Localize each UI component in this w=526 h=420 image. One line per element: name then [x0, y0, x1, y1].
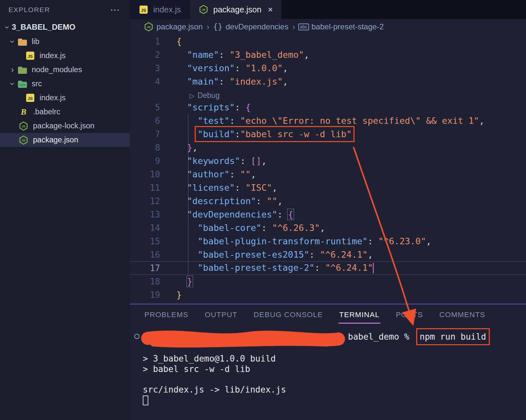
tab-label: package.json — [213, 5, 261, 14]
breadcrumb-item-devdependencies[interactable]: {}devDependencies — [213, 22, 288, 31]
line-number[interactable]: 15 — [130, 236, 176, 246]
code-line-14[interactable]: 14 "babel-core": "^6.26.3", — [130, 221, 526, 234]
code-line-16[interactable]: 16 "babel-preset-es2015": "^6.24.1", — [130, 248, 526, 261]
code-line-18[interactable]: 18 } — [130, 275, 526, 288]
terminal-command-npm-run-build: npm run build — [420, 332, 486, 342]
line-number[interactable]: 16 — [130, 250, 176, 260]
code-line-19[interactable]: 19} — [130, 288, 526, 301]
line-number[interactable]: 11 — [130, 183, 176, 193]
code-line-5[interactable]: 5 "scripts": { — [130, 101, 526, 114]
line-number[interactable]: 5 — [130, 103, 176, 112]
code-line-7[interactable]: 7 "build":"babel src -w -d lib" — [130, 127, 526, 141]
explorer-header: EXPLORER ⋯ — [0, 0, 130, 20]
line-number[interactable]: 7 — [130, 129, 176, 139]
line-number[interactable]: 14 — [130, 223, 176, 233]
tree-item-babelrc[interactable]: B.babelrc — [0, 105, 130, 119]
annotation-box-build-script: "build":"babel src -w -d lib" — [198, 129, 352, 139]
line-number[interactable]: 19 — [130, 290, 176, 300]
line-number[interactable]: 4 — [130, 77, 176, 87]
tree-item-lib[interactable]: ›lib — [0, 35, 130, 49]
tree-item-package-json[interactable]: JSpackage.json — [0, 133, 130, 147]
line-number[interactable]: 8 — [130, 143, 176, 153]
panel-tab-comments[interactable]: COMMENTS — [439, 309, 486, 321]
line-number[interactable]: 18 — [130, 277, 176, 286]
chevron-down-icon[interactable]: › — [8, 79, 18, 89]
tab-package-json[interactable]: JSpackage.json× — [190, 0, 282, 19]
code-line-10[interactable]: 10 "author": "", — [130, 168, 526, 181]
line-number[interactable]: 1 — [130, 37, 176, 46]
line-number[interactable]: 6 — [130, 116, 176, 126]
line-number[interactable]: 17 — [130, 263, 176, 273]
code-line-11[interactable]: 11 "license": "ISC", — [130, 181, 526, 194]
line-number[interactable]: 2 — [130, 50, 176, 60]
line-number[interactable]: 3 — [130, 63, 176, 73]
line-number[interactable]: 10 — [130, 170, 176, 179]
svg-text:B: B — [21, 107, 26, 116]
code-line-17[interactable]: 17 "babel-preset-stage-2": "^6.24.1" — [130, 261, 526, 275]
breadcrumb-item-babel-preset-stage-2[interactable]: abcbabel-preset-stage-2 — [299, 22, 384, 31]
tree-item-node-modules[interactable]: ›node_modules — [0, 63, 130, 77]
chevron-right-icon[interactable]: › — [8, 65, 17, 75]
node-icon: JS — [18, 136, 29, 145]
panel-tab-output[interactable]: OUTPUT — [204, 309, 238, 321]
code-line-3[interactable]: 3 "version": "1.0.0", — [130, 61, 526, 75]
svg-text:JS: JS — [27, 54, 32, 59]
tab-label: index.js — [153, 5, 181, 14]
command-decoration-icon — [134, 334, 140, 339]
panel-tab-bar: PROBLEMSOUTPUTDEBUG CONSOLETERMINALPORTS… — [130, 304, 526, 325]
panel-tab-debug-console[interactable]: DEBUG CONSOLE — [253, 309, 323, 321]
node-icon: JS — [18, 121, 29, 131]
run-icon: ▷ — [189, 92, 194, 100]
panel-tab-problems[interactable]: PROBLEMS — [144, 309, 189, 321]
line-number[interactable]: 12 — [130, 196, 176, 206]
tree-item-label: lib — [32, 37, 40, 46]
chevron-down-icon: › — [2, 23, 12, 32]
breadcrumb-label: babel-preset-stage-2 — [311, 22, 384, 31]
code-line-8[interactable]: 8 }, — [130, 141, 526, 154]
tree-item-label: src — [32, 79, 42, 88]
js-icon: JS — [25, 51, 35, 60]
svg-text:JS: JS — [22, 139, 25, 142]
terminal[interactable]: babel_demo % npm run build > 3_babel_dem… — [130, 325, 526, 420]
js-icon: JS — [138, 5, 149, 14]
line-number[interactable]: 9 — [130, 156, 176, 166]
tab-index-js[interactable]: JSindex.js — [130, 0, 190, 19]
tree-item-label: package-lock.json — [33, 121, 94, 130]
code-line-9[interactable]: 9 "keywords": [], — [130, 154, 526, 168]
folder-icon — [17, 65, 27, 74]
code-editor[interactable]: 1{2 "name": "3_babel_demo",3 "version": … — [130, 35, 526, 304]
chevron-down-icon[interactable]: › — [8, 37, 18, 46]
file-tree: ›libJSindex.js›node_modules›</>srcJSinde… — [0, 35, 130, 147]
tree-item-index-js[interactable]: JSindex.js — [0, 91, 130, 105]
svg-text:JS: JS — [141, 8, 146, 12]
tree-item-index-js[interactable]: JSindex.js — [0, 49, 130, 63]
node-icon: JS — [198, 5, 209, 14]
code-line-1[interactable]: 1{ — [130, 35, 526, 48]
explorer-title: EXPLORER — [8, 6, 50, 14]
code-line-4[interactable]: 4 "main": "index.js", — [130, 75, 526, 88]
breadcrumb-label: package.json — [156, 22, 203, 31]
tree-item-package-lock-json[interactable]: JSpackage-lock.json — [0, 119, 130, 133]
line-number[interactable]: 13 — [130, 210, 176, 219]
code-line-13[interactable]: 13 "devDependencies": { — [130, 208, 526, 221]
breadcrumb-item-package-json[interactable]: JSpackage.json — [144, 22, 203, 31]
close-icon[interactable]: × — [268, 5, 273, 15]
code-line-15[interactable]: 15 "babel-plugin-transform-runtime": "^6… — [130, 234, 526, 248]
tree-item-src[interactable]: ›</>src — [0, 77, 130, 91]
panel-tab-terminal[interactable]: TERMINAL — [338, 309, 380, 321]
node-icon: JS — [144, 22, 153, 31]
panel-tab-ports[interactable]: PORTS — [395, 309, 424, 321]
breadcrumb: JSpackage.json›{}devDependencies›abcbabe… — [130, 19, 526, 35]
js-icon: JS — [25, 93, 35, 103]
bottom-panel: PROBLEMSOUTPUTDEBUG CONSOLETERMINALPORTS… — [130, 304, 526, 420]
codelens-debug[interactable]: ▷Debug — [189, 91, 220, 100]
editor-area: JSindex.jsJSpackage.json× JSpackage.json… — [130, 0, 526, 420]
code-line-2[interactable]: 2 "name": "3_babel_demo", — [130, 48, 526, 61]
tree-root-3-babel-demo[interactable]: › 3_BABEL_DEMO — [0, 20, 130, 35]
code-line-12[interactable]: 12 "description": "", — [130, 194, 526, 208]
code-line-6[interactable]: 6 "test": "echo \"Error: no test specifi… — [130, 114, 526, 127]
tree-item-label: index.js — [40, 51, 66, 60]
svg-text:JS: JS — [147, 25, 150, 29]
tree-item-label: package.json — [33, 136, 78, 144]
more-actions-icon[interactable]: ⋯ — [110, 7, 120, 13]
